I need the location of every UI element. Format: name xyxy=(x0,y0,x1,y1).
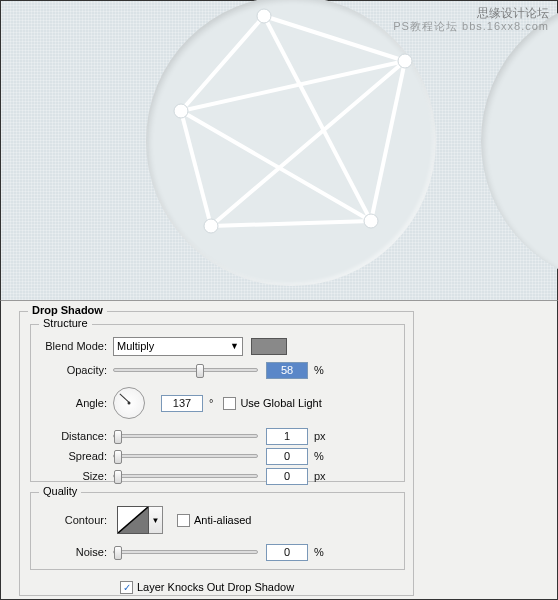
angle-dial[interactable] xyxy=(113,387,145,419)
svg-line-7 xyxy=(181,111,211,226)
layer-style-panel: Drop Shadow Structure Blend Mode: Multip… xyxy=(0,300,558,600)
design-canvas: 思缘设计论坛 PS教程论坛 bbs.16xx8.com xyxy=(0,0,558,300)
noise-slider[interactable] xyxy=(113,550,258,554)
spread-unit: % xyxy=(314,450,324,462)
size-unit: px xyxy=(314,470,326,482)
svg-point-12 xyxy=(204,219,218,233)
opacity-slider-thumb[interactable] xyxy=(196,364,204,378)
size-slider[interactable] xyxy=(113,474,258,478)
svg-line-8 xyxy=(211,221,371,226)
size-label: Size: xyxy=(37,470,107,482)
spread-label: Spread: xyxy=(37,450,107,462)
distance-label: Distance: xyxy=(37,430,107,442)
distance-input[interactable]: 1 xyxy=(266,428,308,445)
blend-mode-label: Blend Mode: xyxy=(37,340,107,352)
knockout-label: Layer Knocks Out Drop Shadow xyxy=(137,581,294,593)
contour-label: Contour: xyxy=(37,514,107,526)
spread-input[interactable]: 0 xyxy=(266,448,308,465)
distance-slider[interactable] xyxy=(113,434,258,438)
chevron-down-icon: ▼ xyxy=(230,341,239,351)
svg-point-9 xyxy=(257,9,271,23)
structure-legend: Structure xyxy=(39,317,92,329)
svg-point-13 xyxy=(364,214,378,228)
angle-input[interactable]: 137 xyxy=(161,395,203,412)
noise-label: Noise: xyxy=(37,546,107,558)
watermark-text-2: PS教程论坛 bbs.16xx8.com xyxy=(393,19,549,34)
noise-slider-thumb[interactable] xyxy=(114,546,122,560)
size-slider-thumb[interactable] xyxy=(114,470,122,484)
opacity-input[interactable]: 58 xyxy=(266,362,308,379)
opacity-label: Opacity: xyxy=(37,364,107,376)
global-light-checkbox[interactable] xyxy=(223,397,236,410)
opacity-slider[interactable] xyxy=(113,368,258,372)
circle-shape-2 xyxy=(481,0,558,286)
contour-picker[interactable] xyxy=(117,506,149,534)
distance-slider-thumb[interactable] xyxy=(114,430,122,444)
svg-point-10 xyxy=(398,54,412,68)
spread-slider[interactable] xyxy=(113,454,258,458)
spread-slider-thumb[interactable] xyxy=(114,450,122,464)
opacity-unit: % xyxy=(314,364,324,376)
drop-shadow-group: Drop Shadow Structure Blend Mode: Multip… xyxy=(19,311,414,596)
panel-title: Drop Shadow xyxy=(28,304,107,316)
quality-legend: Quality xyxy=(39,485,81,497)
size-input[interactable]: 0 xyxy=(266,468,308,485)
distance-unit: px xyxy=(314,430,326,442)
anti-aliased-checkbox[interactable] xyxy=(177,514,190,527)
angle-dial-center xyxy=(128,402,131,405)
contour-dropdown-arrow[interactable]: ▼ xyxy=(149,506,163,534)
network-lines xyxy=(151,1,451,261)
blend-mode-select[interactable]: Multiply ▼ xyxy=(113,337,243,356)
blend-mode-value: Multiply xyxy=(117,340,154,352)
global-light-label: Use Global Light xyxy=(240,397,321,409)
angle-label: Angle: xyxy=(37,397,107,409)
noise-unit: % xyxy=(314,546,324,558)
anti-aliased-label: Anti-aliased xyxy=(194,514,251,526)
noise-input[interactable]: 0 xyxy=(266,544,308,561)
shadow-color-swatch[interactable] xyxy=(251,338,287,355)
angle-unit: ° xyxy=(209,397,213,409)
knockout-checkbox[interactable]: ✓ xyxy=(120,581,133,594)
quality-group: Quality Contour: ▼ Anti-aliased Noise: 0… xyxy=(30,492,405,570)
svg-point-11 xyxy=(174,104,188,118)
structure-group: Structure Blend Mode: Multiply ▼ Opacity… xyxy=(30,324,405,482)
